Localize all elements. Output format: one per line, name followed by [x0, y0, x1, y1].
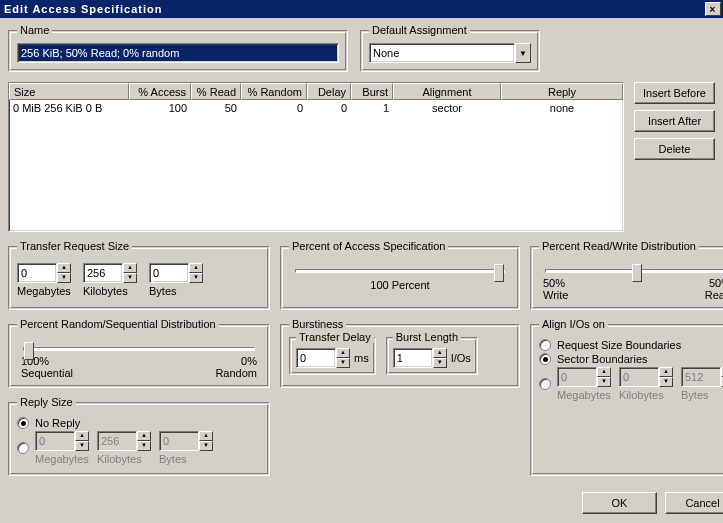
ok-button[interactable]: OK: [582, 492, 657, 514]
name-input[interactable]: [17, 43, 339, 63]
prs-left: Sequential: [21, 367, 73, 379]
trs-mb-label: Megabytes: [17, 285, 71, 297]
col-reply[interactable]: Reply: [501, 83, 623, 100]
down-icon[interactable]: ▼: [336, 358, 350, 368]
prs-right-pct: 0%: [241, 355, 257, 367]
slider-thumb[interactable]: [494, 264, 504, 282]
name-group: Name: [8, 30, 348, 72]
transfer-delay-group: Transfer Delay ▲▼ ms: [289, 337, 376, 375]
prw-left-pct: 50%: [543, 277, 565, 289]
table-header: Size % Access % Read % Random Delay Burs…: [9, 83, 623, 100]
trs-kb-label: Kilobytes: [83, 285, 128, 297]
col-access[interactable]: % Access: [129, 83, 191, 100]
reply-b-spinner: ▲▼: [159, 431, 213, 451]
prw-slider[interactable]: [545, 269, 723, 273]
pas-value-label: 100 Percent: [289, 279, 511, 291]
up-icon: ▲: [597, 367, 611, 377]
col-delay[interactable]: Delay: [307, 83, 351, 100]
prw-right-pct: 50%: [709, 277, 723, 289]
align-request-size-radio[interactable]: Request Size Boundaries: [539, 339, 723, 351]
default-assignment-group: Default Assignment ▼: [360, 30, 540, 72]
align-label: Align I/Os on: [539, 318, 608, 330]
down-icon: ▼: [137, 441, 151, 451]
up-icon[interactable]: ▲: [336, 348, 350, 358]
burst-length-unit: I/Os: [451, 352, 471, 364]
trs-b-spinner[interactable]: ▲▼: [149, 263, 203, 283]
prw-left: Write: [543, 289, 568, 301]
burst-length-spinner[interactable]: ▲▼: [393, 348, 447, 368]
down-icon: ▼: [597, 377, 611, 387]
percent-read-write-group: Percent Read/Write Distribution 50% 50% …: [530, 246, 723, 310]
align-custom-radio[interactable]: ▲▼Megabytes ▲▼Kilobytes ▲▼Bytes: [539, 367, 723, 401]
up-icon: ▲: [659, 367, 673, 377]
reply-size-group: Reply Size No Reply ▲▼Megabytes ▲▼Kiloby…: [8, 402, 270, 476]
window-title: Edit Access Specification: [4, 3, 162, 15]
down-icon: ▼: [75, 441, 89, 451]
percent-access-spec-group: Percent of Access Specification 100 Perc…: [280, 246, 520, 310]
prw-right: Read: [705, 289, 723, 301]
transfer-delay-label: Transfer Delay: [296, 331, 374, 343]
up-icon[interactable]: ▲: [189, 263, 203, 273]
burst-length-group: Burst Length ▲▼ I/Os: [386, 337, 478, 375]
col-alignment[interactable]: Alignment: [393, 83, 501, 100]
up-icon: ▲: [199, 431, 213, 441]
burst-label: Burstiness: [289, 318, 346, 330]
down-icon[interactable]: ▼: [189, 273, 203, 283]
up-icon[interactable]: ▲: [433, 348, 447, 358]
percent-random-seq-group: Percent Random/Sequential Distribution 1…: [8, 324, 270, 388]
default-assignment-combo[interactable]: [369, 43, 515, 63]
transfer-delay-spinner[interactable]: ▲▼: [296, 348, 350, 368]
slider-thumb[interactable]: [24, 342, 34, 360]
up-icon: ▲: [137, 431, 151, 441]
reply-custom-radio[interactable]: ▲▼Megabytes ▲▼Kilobytes ▲▼Bytes: [17, 431, 261, 465]
col-size[interactable]: Size: [9, 83, 129, 100]
burst-length-label: Burst Length: [393, 331, 461, 343]
title-bar: Edit Access Specification ×: [0, 0, 723, 18]
up-icon[interactable]: ▲: [57, 263, 71, 273]
slider-thumb[interactable]: [632, 264, 642, 282]
reply-label: Reply Size: [17, 396, 76, 408]
col-read[interactable]: % Read: [191, 83, 241, 100]
pas-slider[interactable]: [295, 269, 505, 273]
align-b-spinner: ▲▼: [681, 367, 723, 387]
down-icon[interactable]: ▼: [57, 273, 71, 283]
align-sector-radio[interactable]: Sector Boundaries: [539, 353, 723, 365]
transfer-request-size-group: Transfer Request Size ▲▼ Megabytes ▲▼ Ki…: [8, 246, 270, 310]
insert-after-button[interactable]: Insert After: [634, 110, 715, 132]
close-icon: ×: [710, 4, 717, 15]
name-group-label: Name: [17, 24, 52, 36]
down-icon: ▼: [199, 441, 213, 451]
table-row[interactable]: 0 MiB 256 KiB 0 B 100 50 0 0 1 sector no…: [9, 100, 623, 116]
spec-table[interactable]: Size % Access % Read % Random Delay Burs…: [8, 82, 624, 232]
trs-label: Transfer Request Size: [17, 240, 132, 252]
chevron-down-icon[interactable]: ▼: [515, 43, 531, 63]
trs-mb-spinner[interactable]: ▲▼: [17, 263, 71, 283]
reply-kb-spinner: ▲▼: [97, 431, 151, 451]
col-random[interactable]: % Random: [241, 83, 307, 100]
insert-before-button[interactable]: Insert Before: [634, 82, 715, 104]
up-icon: ▲: [75, 431, 89, 441]
align-kb-spinner: ▲▼: [619, 367, 673, 387]
col-burst[interactable]: Burst: [351, 83, 393, 100]
down-icon: ▼: [659, 377, 673, 387]
up-icon[interactable]: ▲: [123, 263, 137, 273]
burstiness-group: Burstiness Transfer Delay ▲▼ ms Burst Le…: [280, 324, 520, 388]
trs-b-label: Bytes: [149, 285, 177, 297]
cancel-button[interactable]: Cancel: [665, 492, 723, 514]
prs-slider[interactable]: [23, 347, 255, 351]
align-io-group: Align I/Os on Request Size Boundaries Se…: [530, 324, 723, 476]
pas-label: Percent of Access Specification: [289, 240, 448, 252]
prw-label: Percent Read/Write Distribution: [539, 240, 699, 252]
close-button[interactable]: ×: [705, 2, 721, 16]
no-reply-radio[interactable]: No Reply: [17, 417, 261, 429]
prs-right: Random: [215, 367, 257, 379]
prs-label: Percent Random/Sequential Distribution: [17, 318, 219, 330]
transfer-delay-unit: ms: [354, 352, 369, 364]
trs-kb-spinner[interactable]: ▲▼: [83, 263, 137, 283]
down-icon[interactable]: ▼: [433, 358, 447, 368]
down-icon[interactable]: ▼: [123, 273, 137, 283]
align-mb-spinner: ▲▼: [557, 367, 611, 387]
default-assignment-label: Default Assignment: [369, 24, 470, 36]
reply-mb-spinner: ▲▼: [35, 431, 89, 451]
delete-button[interactable]: Delete: [634, 138, 715, 160]
